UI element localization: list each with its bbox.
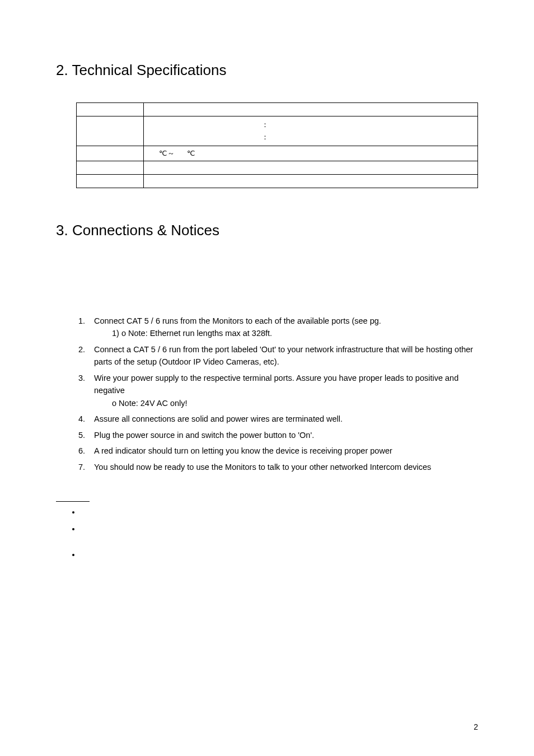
section-2-title: 2. Technical Specifications (56, 62, 478, 79)
step-item: Wire your power supply to the respective… (87, 372, 478, 409)
section-3-title: 3. Connections & Notices (56, 222, 478, 239)
step-text: Wire your power supply to the respective… (94, 374, 458, 395)
spec-label: Weight (77, 175, 144, 188)
spec-value: 1200g (144, 175, 478, 188)
spec-label: Dimensions (77, 161, 144, 175)
connections-subhead: Connections (56, 263, 478, 272)
notice-item: If you experience any unusual sights or … (81, 550, 478, 568)
intro-paragraph: The POE Switcher acts as your network (P… (56, 278, 478, 304)
spec-row: Weight 1200g (77, 175, 478, 188)
step-item: Plug the power source in and switch the … (87, 429, 478, 441)
spec-value: -10℃～+55℃ (144, 146, 478, 161)
colon-glyph: ： (261, 120, 269, 129)
colon-glyph: ： (261, 133, 269, 141)
step-item: Connect CAT 5 / 6 runs from the Monitors… (87, 315, 478, 340)
steps-list: Connect CAT 5 / 6 runs from the Monitors… (87, 315, 478, 473)
spec-value: Standby status power consumption：≤3W Wor… (144, 116, 478, 146)
spec-row: Power Supply AC 24V (77, 103, 478, 116)
spec-value: AC 24V (144, 103, 478, 116)
notices-list: Keep away from moisture, high temperatur… (81, 507, 478, 568)
temp-unit: ℃ (187, 149, 195, 157)
step-subnote: o Note: 24V AC only! (112, 397, 478, 409)
spec-row: Power Consumption Standby status power c… (77, 116, 478, 146)
spec-value: 210mm(H)×100mm(W)×50mm(D) (144, 161, 478, 175)
step-item: You should now be ready to use the Monit… (87, 461, 478, 473)
notice-item: Keep away from moisture, high temperatur… (81, 507, 478, 516)
step-item: Connect a CAT 5 / 6 run from the port la… (87, 343, 478, 368)
step-subnote: 1) o Note: Ethernet run lengths max at 3… (112, 327, 478, 339)
notices-subhead: Notices (56, 491, 90, 502)
page-number: 2 (474, 722, 478, 731)
notice-item: Assure the wiring is solid before poweri… (81, 524, 478, 542)
spec-row: Dimensions 210mm(H)×100mm(W)×50mm(D) (77, 161, 478, 175)
spec-label: Working Temp. (77, 146, 144, 161)
spec-table: Power Supply AC 24V Power Consumption St… (76, 102, 478, 188)
step-item: Assure all connections are solid and pow… (87, 413, 478, 425)
step-item: A red indicator should turn on letting y… (87, 445, 478, 457)
step-text: Connect CAT 5 / 6 runs from the Monitors… (94, 316, 381, 325)
spec-row: Working Temp. -10℃～+55℃ (77, 146, 478, 161)
spec-label: Power Consumption (77, 116, 144, 146)
spec-label: Power Supply (77, 103, 144, 116)
temp-unit: ℃～ (159, 149, 175, 157)
